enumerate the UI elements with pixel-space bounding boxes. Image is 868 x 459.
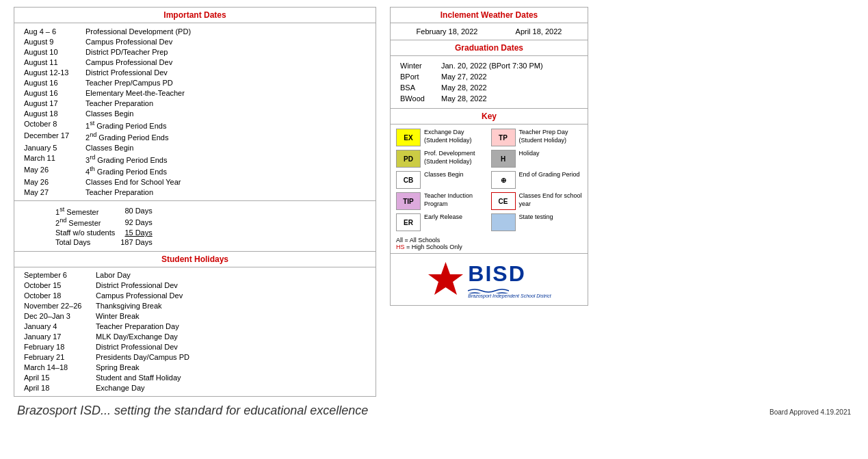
event-cell: Teacher Preparation (83, 98, 369, 108)
date-cell: August 9 (21, 36, 83, 47)
key-label-cb: Classes Begin (424, 171, 464, 179)
date-cell: March 11 (21, 153, 83, 165)
important-date-row: August 11 Campus Professional Dev (21, 57, 369, 67)
svg-marker-0 (428, 262, 463, 295)
key-item: H Holiday (491, 150, 583, 168)
key-item: CE Classes End for school year (491, 192, 583, 210)
left-panel: Important Dates Aug 4 – 6 Professional D… (14, 7, 376, 397)
important-dates-section: Aug 4 – 6 Professional Development (PD) … (14, 23, 376, 201)
holiday-date: November 22–26 (21, 301, 93, 311)
date-cell: May 27 (21, 187, 83, 198)
key-notes: All = All Schools HS = High Schools Only (391, 235, 588, 253)
key-item: ⊕ End of Grading Period (491, 171, 583, 189)
key-box-ex: EX (396, 129, 421, 146)
student-holidays-section: September 6 Labor Day October 15 Distric… (14, 267, 376, 396)
key-label-ce: Classes End for school year (519, 192, 583, 208)
key-box-er: ER (396, 213, 421, 231)
student-holiday-row: January 4 Teacher Preparation Day (21, 322, 369, 332)
graduation-info: May 28, 2022 (438, 82, 581, 93)
key-label-er: Early Release (424, 213, 462, 222)
graduation-header: Graduation Dates (391, 40, 588, 56)
important-date-row: August 12-13 District Professional Dev (21, 67, 369, 77)
key-box-ce: CE (491, 192, 516, 210)
holiday-date: October 18 (21, 291, 93, 301)
key-item: TP Teacher Prep Day (Student Holiday) (491, 129, 583, 146)
event-cell: Classes Begin (83, 108, 369, 118)
key-item: PD Prof. Development (Student Holiday) (396, 150, 488, 168)
date-cell: December 17 (21, 131, 83, 143)
key-box-st (491, 213, 516, 231)
key-label-eg: End of Grading Period (519, 171, 580, 179)
student-holiday-row: October 18 Campus Professional Dev (21, 291, 369, 301)
important-date-row: October 8 1st Grading Period Ends (21, 118, 369, 131)
event-cell: Classes End for School Year (83, 177, 369, 187)
holiday-event: Labor Day (93, 270, 369, 280)
holiday-date: April 15 (21, 373, 93, 383)
bisd-star-icon (427, 261, 464, 298)
graduation-info: May 28, 2022 (438, 93, 581, 104)
graduation-school: BWood (397, 93, 438, 104)
important-date-row: May 26 Classes End for School Year (21, 177, 369, 187)
key-item: TIP Teacher Induction Program (396, 192, 488, 210)
graduation-school: BPort (397, 71, 438, 82)
graduation-table: Winter Jan. 20, 2022 (BPort 7:30 PM) BPo… (391, 56, 588, 108)
bisd-title: BISD (468, 261, 525, 287)
holiday-date: January 4 (21, 322, 93, 332)
weather-dates: February 18, 2022 April 18, 2022 (391, 23, 588, 40)
date-cell: October 8 (21, 118, 83, 131)
holiday-date: Dec 20–Jan 3 (21, 311, 93, 322)
event-cell: Professional Development (PD) (83, 26, 369, 36)
key-note-1: All = All Schools (396, 237, 582, 244)
holiday-event: Winter Break (93, 311, 369, 322)
semester-label: Staff w/o students (55, 228, 120, 237)
event-cell: District PD/Teacher Prep (83, 47, 369, 57)
date-cell: Aug 4 – 6 (21, 26, 83, 36)
event-cell: 3rd Grading Period Ends (83, 153, 369, 165)
key-box-pd: PD (396, 150, 421, 168)
student-holiday-row: March 14–18 Spring Break (21, 363, 369, 373)
date-cell: May 26 (21, 165, 83, 177)
date-cell: August 16 (21, 77, 83, 88)
holiday-date: March 14–18 (21, 363, 93, 373)
event-cell: 1st Grading Period Ends (83, 118, 369, 131)
important-date-row: January 5 Classes Begin (21, 142, 369, 153)
graduation-row: BWood May 28, 2022 (397, 93, 581, 104)
event-cell: 2nd Grading Period Ends (83, 131, 369, 143)
key-grid: EX Exchange Day (Student Holiday) TP Tea… (391, 124, 588, 235)
key-item: EX Exchange Day (Student Holiday) (396, 129, 488, 146)
semester-label: 1st Semester (55, 205, 120, 217)
inclement-weather-header: Inclement Weather Dates (391, 8, 588, 23)
semester-days: 15 Days (120, 228, 157, 237)
important-dates-header: Important Dates (14, 8, 376, 23)
date-cell: August 17 (21, 98, 83, 108)
graduation-school: Winter (397, 60, 438, 71)
holiday-date: January 17 (21, 332, 93, 342)
important-date-row: March 11 3rd Grading Period Ends (21, 153, 369, 165)
semester-row: Staff w/o students 15 Days (55, 228, 158, 237)
semester-label: Total Days (55, 237, 120, 247)
key-box-tip: TIP (396, 192, 421, 210)
semester-days: 92 Days (120, 216, 157, 228)
graduation-school: BSA (397, 82, 438, 93)
footer-approved: Board Approved 4.19.2021 (770, 408, 851, 416)
event-cell: 4th Grading Period Ends (83, 165, 369, 177)
event-cell: Elementary Meet-the-Teacher (83, 88, 369, 98)
holiday-event: District Professional Dev (93, 280, 369, 291)
important-date-row: May 26 4th Grading Period Ends (21, 165, 369, 177)
semester-section: 1st Semester 80 Days 2nd Semester 92 Day… (14, 201, 376, 252)
weather-date-2: April 18, 2022 (516, 27, 562, 36)
event-cell: Teacher Prep/Campus PD (83, 77, 369, 88)
key-label-tp: Teacher Prep Day (Student Holiday) (519, 129, 583, 144)
weather-date-1: February 18, 2022 (417, 27, 478, 36)
holiday-date: September 6 (21, 270, 93, 280)
semester-row: Total Days 187 Days (55, 237, 158, 247)
date-cell: May 26 (21, 177, 83, 187)
semester-row: 2nd Semester 92 Days (55, 216, 158, 228)
graduation-row: BSA May 28, 2022 (397, 82, 581, 93)
key-label-ex: Exchange Day (Student Holiday) (424, 129, 488, 144)
holiday-event: Teacher Preparation Day (93, 322, 369, 332)
student-holiday-row: September 6 Labor Day (21, 270, 369, 280)
key-box-h: H (491, 150, 516, 168)
important-date-row: August 17 Teacher Preparation (21, 98, 369, 108)
important-date-row: Aug 4 – 6 Professional Development (PD) (21, 26, 369, 36)
